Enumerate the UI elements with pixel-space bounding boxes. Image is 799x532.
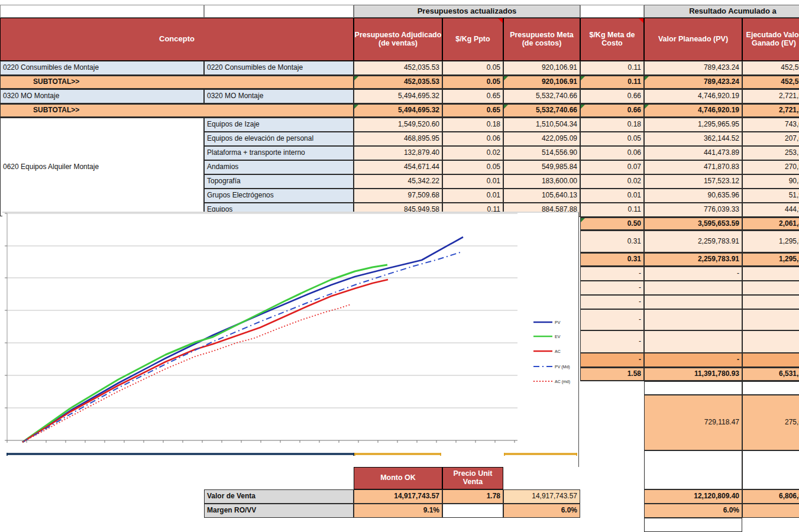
brow1-h[interactable] <box>742 504 799 518</box>
row3-f[interactable]: 0.66 <box>580 103 644 118</box>
header-kg-ppto[interactable]: $/Kg Ppto <box>442 18 503 61</box>
brow1-e[interactable]: 6.0% <box>503 504 580 518</box>
header-ejecutado-ev[interactable]: Ejecutado Valor Ganado (EV) <box>742 18 799 61</box>
rrow6-h[interactable] <box>742 309 799 330</box>
rrow1-h[interactable]: 1,295,5 <box>742 231 799 252</box>
rrow3-h[interactable] <box>742 267 799 281</box>
header-valor-planeado[interactable]: Valor Planeado (PV) <box>644 18 742 61</box>
brow1-d[interactable] <box>442 504 503 518</box>
row4-h[interactable]: 743,0 <box>742 118 799 132</box>
rrow9-h[interactable]: 6,531,1 <box>742 367 799 381</box>
row9-concepto-b[interactable]: Grupos Electrógenos <box>204 189 354 203</box>
row9-e[interactable]: 105,640.13 <box>503 189 580 203</box>
row10-f[interactable]: 0.11 <box>580 203 644 217</box>
row4-c[interactable]: 1,549,520.60 <box>354 118 442 132</box>
rrow8-g[interactable]: - <box>644 353 742 367</box>
row7-f[interactable]: 0.07 <box>580 160 644 174</box>
rrow2-f[interactable]: 0.31 <box>580 252 644 267</box>
row2-c[interactable]: 5,494,695.32 <box>354 89 442 103</box>
row2-g[interactable]: 4,746,920.19 <box>644 89 742 103</box>
header-presupuesto-meta[interactable]: Presupuesto Meta (de costos) <box>503 18 580 61</box>
row3-c[interactable]: 5,494,695.32 <box>354 103 442 118</box>
brow1-c[interactable]: 9.1% <box>354 504 442 518</box>
rrow9-g[interactable]: 11,391,780.93 <box>644 367 742 381</box>
row0-f[interactable]: 0.11 <box>580 61 644 75</box>
header-concepto[interactable]: Concepto <box>0 18 354 61</box>
row5-g[interactable]: 362,144.52 <box>644 132 742 146</box>
empty-cell[interactable] <box>580 5 644 18</box>
row1-e[interactable]: 920,106.91 <box>503 75 580 89</box>
band-presupuestos-actualizados[interactable]: Presupuestos actualizados <box>354 5 580 18</box>
row1-d[interactable]: 0.05 <box>442 75 503 89</box>
row0-h[interactable]: 452,59 <box>742 61 799 75</box>
row1-label[interactable]: SUBTOTAL>> <box>0 75 354 89</box>
accum-ev[interactable]: 275,6 <box>742 395 799 450</box>
rrow6-f[interactable]: - <box>580 309 644 330</box>
row10-g[interactable]: 776,039.33 <box>644 203 742 217</box>
rrow2-h[interactable]: 1,295,5 <box>742 252 799 267</box>
row6-h[interactable]: 253,1 <box>742 146 799 160</box>
row3-g[interactable]: 4,746,920.19 <box>644 103 742 118</box>
rrow5-g[interactable] <box>644 295 742 309</box>
row1-f[interactable]: 0.11 <box>580 75 644 89</box>
rrow7-h[interactable] <box>742 330 799 353</box>
brow0-g[interactable]: 12,120,809.40 <box>644 489 742 504</box>
spacer-h[interactable] <box>742 381 799 395</box>
brow0-e[interactable]: 14,917,743.57 <box>503 489 580 504</box>
rrow1-g[interactable]: 2,259,783.91 <box>644 231 742 252</box>
row4-d[interactable]: 0.18 <box>442 118 503 132</box>
evm-line-chart[interactable]: PVEVACPV (Md)AC (md) <box>2 212 579 467</box>
row0-concepto-b[interactable]: 0220 Consumibles de Montaje <box>204 61 354 75</box>
row6-e[interactable]: 514,556.90 <box>503 146 580 160</box>
row1-h[interactable]: 452,59 <box>742 75 799 89</box>
rrow4-h[interactable] <box>742 281 799 295</box>
row9-f[interactable]: 0.01 <box>580 189 644 203</box>
row5-e[interactable]: 422,095.09 <box>503 132 580 146</box>
row6-concepto-b[interactable]: Plataforma + transporte interno <box>204 146 354 160</box>
row7-e[interactable]: 549,985.84 <box>503 160 580 174</box>
row5-concepto-b[interactable]: Equipos de elevación de personal <box>204 132 354 146</box>
row2-f[interactable]: 0.66 <box>580 89 644 103</box>
rrow5-h[interactable] <box>742 295 799 309</box>
rrow8-h[interactable] <box>742 353 799 367</box>
spacer-g3[interactable] <box>644 518 742 532</box>
empty-cell[interactable] <box>0 5 204 18</box>
rrow2-g[interactable]: 2,259,783.91 <box>644 252 742 267</box>
row5-c[interactable]: 468,895.95 <box>354 132 442 146</box>
row7-d[interactable]: 0.05 <box>442 160 503 174</box>
row10-h[interactable]: 444,9 <box>742 203 799 217</box>
row8-c[interactable]: 45,342.22 <box>354 174 442 189</box>
row0-c[interactable]: 452,035.53 <box>354 61 442 75</box>
rrow3-g[interactable]: - <box>644 267 742 281</box>
brow1-g[interactable]: 6.0% <box>644 504 742 518</box>
row2-h[interactable]: 2,721,5 <box>742 89 799 103</box>
spacer-h2[interactable] <box>742 450 799 489</box>
row4-f[interactable]: 0.18 <box>580 118 644 132</box>
row0-concepto-a[interactable]: 0220 Consumibles de Montaje <box>0 61 204 75</box>
row3-d[interactable]: 0.65 <box>442 103 503 118</box>
row1-c[interactable]: 452,035.53 <box>354 75 442 89</box>
spacer-g2[interactable] <box>644 450 742 489</box>
row4-e[interactable]: 1,510,504.34 <box>503 118 580 132</box>
empty-cell[interactable] <box>204 5 354 18</box>
row2-d[interactable]: 0.65 <box>442 89 503 103</box>
brow0-h[interactable]: 6,806,8 <box>742 489 799 504</box>
row2-e[interactable]: 5,532,740.66 <box>503 89 580 103</box>
row6-d[interactable]: 0.02 <box>442 146 503 160</box>
group-equipos-alquiler[interactable]: 0620 Equipos Alquiler Montaje <box>0 118 204 216</box>
spacer-g[interactable] <box>644 381 742 395</box>
accum-pv[interactable]: 729,118.47 <box>644 395 742 450</box>
header-kg-meta[interactable]: $/Kg Meta de Costo <box>580 18 644 61</box>
row9-d[interactable]: 0.01 <box>442 189 503 203</box>
rrow8-f[interactable]: - <box>580 353 644 367</box>
rrow7-f[interactable]: - <box>580 330 644 353</box>
header-precio-unit[interactable]: Precio Unit Venta <box>442 467 503 489</box>
row0-e[interactable]: 920,106.91 <box>503 61 580 75</box>
rrow4-g[interactable] <box>644 281 742 295</box>
row8-concepto-b[interactable]: Topografía <box>204 174 354 189</box>
rrow3-f[interactable]: - <box>580 267 644 281</box>
row5-d[interactable]: 0.06 <box>442 132 503 146</box>
rrow0-g[interactable]: 3,595,653.59 <box>644 217 742 231</box>
row9-c[interactable]: 97,509.68 <box>354 189 442 203</box>
row9-g[interactable]: 90,635.96 <box>644 189 742 203</box>
